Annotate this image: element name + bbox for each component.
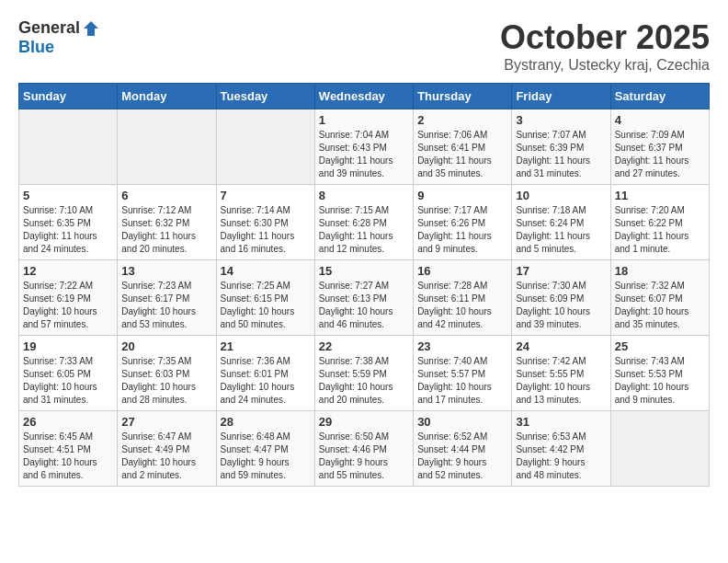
day-number: 29	[319, 415, 409, 429]
day-info: Sunrise: 7:09 AM Sunset: 6:37 PM Dayligh…	[615, 129, 705, 180]
day-info: Sunrise: 7:35 AM Sunset: 6:03 PM Dayligh…	[121, 355, 211, 407]
day-info: Sunrise: 7:04 AM Sunset: 6:43 PM Dayligh…	[319, 129, 409, 180]
calendar-cell: 3Sunrise: 7:07 AM Sunset: 6:39 PM Daylig…	[512, 109, 610, 185]
calendar-cell: 31Sunrise: 6:53 AM Sunset: 4:42 PM Dayli…	[512, 411, 610, 487]
day-info: Sunrise: 7:38 AM Sunset: 5:59 PM Dayligh…	[319, 355, 409, 407]
weekday-header-friday: Friday	[512, 84, 610, 109]
day-number: 15	[319, 264, 409, 278]
logo-blue-text: Blue	[18, 38, 54, 57]
day-number: 24	[516, 339, 606, 353]
calendar-cell: 15Sunrise: 7:27 AM Sunset: 6:13 PM Dayli…	[314, 260, 413, 336]
day-info: Sunrise: 7:20 AM Sunset: 6:22 PM Dayligh…	[615, 204, 705, 256]
calendar-week-3: 12Sunrise: 7:22 AM Sunset: 6:19 PM Dayli…	[19, 260, 710, 336]
day-info: Sunrise: 7:17 AM Sunset: 6:26 PM Dayligh…	[417, 204, 507, 256]
day-number: 20	[121, 339, 211, 353]
calendar-cell	[118, 109, 216, 185]
day-info: Sunrise: 7:36 AM Sunset: 6:01 PM Dayligh…	[221, 355, 311, 407]
day-info: Sunrise: 7:23 AM Sunset: 6:17 PM Dayligh…	[121, 280, 211, 331]
day-number: 11	[615, 189, 705, 202]
calendar-cell: 5Sunrise: 7:10 AM Sunset: 6:35 PM Daylig…	[19, 185, 118, 260]
calendar-cell	[216, 109, 314, 185]
calendar-week-1: 1Sunrise: 7:04 AM Sunset: 6:43 PM Daylig…	[19, 109, 710, 185]
day-number: 28	[221, 415, 311, 429]
day-number: 4	[615, 113, 705, 127]
calendar-cell: 12Sunrise: 7:22 AM Sunset: 6:19 PM Dayli…	[19, 260, 118, 336]
calendar-cell: 11Sunrise: 7:20 AM Sunset: 6:22 PM Dayli…	[610, 185, 709, 260]
calendar-table: SundayMondayTuesdayWednesdayThursdayFrid…	[18, 83, 710, 487]
weekday-header-thursday: Thursday	[414, 84, 512, 109]
day-info: Sunrise: 7:33 AM Sunset: 6:05 PM Dayligh…	[23, 355, 113, 407]
calendar-cell: 29Sunrise: 6:50 AM Sunset: 4:46 PM Dayli…	[314, 411, 413, 487]
day-number: 27	[121, 415, 211, 429]
day-number: 26	[23, 415, 113, 429]
day-info: Sunrise: 6:47 AM Sunset: 4:49 PM Dayligh…	[121, 431, 211, 482]
day-number: 6	[121, 189, 211, 202]
month-title: October 2025	[500, 18, 710, 57]
calendar-cell: 27Sunrise: 6:47 AM Sunset: 4:49 PM Dayli…	[118, 411, 216, 487]
calendar-cell: 7Sunrise: 7:14 AM Sunset: 6:30 PM Daylig…	[216, 185, 314, 260]
weekday-header-saturday: Saturday	[610, 84, 709, 109]
day-info: Sunrise: 7:42 AM Sunset: 5:55 PM Dayligh…	[516, 355, 606, 407]
calendar-cell: 1Sunrise: 7:04 AM Sunset: 6:43 PM Daylig…	[314, 109, 413, 185]
calendar-cell: 16Sunrise: 7:28 AM Sunset: 6:11 PM Dayli…	[414, 260, 512, 336]
weekday-header-tuesday: Tuesday	[216, 84, 314, 109]
page-header: General Blue October 2025 Bystrany, Uste…	[18, 18, 710, 74]
calendar-cell: 20Sunrise: 7:35 AM Sunset: 6:03 PM Dayli…	[118, 336, 216, 411]
day-number: 1	[319, 113, 409, 127]
weekday-header-row: SundayMondayTuesdayWednesdayThursdayFrid…	[19, 84, 710, 109]
calendar-cell: 19Sunrise: 7:33 AM Sunset: 6:05 PM Dayli…	[19, 336, 118, 411]
calendar-cell: 25Sunrise: 7:43 AM Sunset: 5:53 PM Dayli…	[610, 336, 709, 411]
calendar-cell: 2Sunrise: 7:06 AM Sunset: 6:41 PM Daylig…	[414, 109, 512, 185]
calendar-cell: 10Sunrise: 7:18 AM Sunset: 6:24 PM Dayli…	[512, 185, 610, 260]
day-number: 3	[516, 113, 606, 127]
day-info: Sunrise: 7:43 AM Sunset: 5:53 PM Dayligh…	[615, 355, 705, 407]
calendar-cell: 22Sunrise: 7:38 AM Sunset: 5:59 PM Dayli…	[314, 336, 413, 411]
day-number: 14	[221, 264, 311, 278]
calendar-cell: 18Sunrise: 7:32 AM Sunset: 6:07 PM Dayli…	[610, 260, 709, 336]
day-number: 18	[615, 264, 705, 278]
day-number: 23	[417, 339, 507, 353]
day-info: Sunrise: 7:12 AM Sunset: 6:32 PM Dayligh…	[121, 204, 211, 256]
day-number: 16	[417, 264, 507, 278]
calendar-cell: 23Sunrise: 7:40 AM Sunset: 5:57 PM Dayli…	[414, 336, 512, 411]
calendar-cell: 26Sunrise: 6:45 AM Sunset: 4:51 PM Dayli…	[19, 411, 118, 487]
day-number: 19	[23, 339, 113, 353]
day-info: Sunrise: 7:32 AM Sunset: 6:07 PM Dayligh…	[615, 280, 705, 331]
day-info: Sunrise: 7:10 AM Sunset: 6:35 PM Dayligh…	[23, 204, 113, 256]
calendar-cell: 6Sunrise: 7:12 AM Sunset: 6:32 PM Daylig…	[118, 185, 216, 260]
day-number: 8	[319, 189, 409, 202]
calendar-cell: 8Sunrise: 7:15 AM Sunset: 6:28 PM Daylig…	[314, 185, 413, 260]
svg-marker-0	[84, 21, 98, 36]
calendar-cell: 21Sunrise: 7:36 AM Sunset: 6:01 PM Dayli…	[216, 336, 314, 411]
logo-general-text: General	[18, 18, 80, 38]
day-number: 22	[319, 339, 409, 353]
day-number: 13	[121, 264, 211, 278]
day-number: 25	[615, 339, 705, 353]
day-info: Sunrise: 7:25 AM Sunset: 6:15 PM Dayligh…	[221, 280, 311, 331]
day-info: Sunrise: 7:18 AM Sunset: 6:24 PM Dayligh…	[516, 204, 606, 256]
day-info: Sunrise: 7:15 AM Sunset: 6:28 PM Dayligh…	[319, 204, 409, 256]
day-info: Sunrise: 6:50 AM Sunset: 4:46 PM Dayligh…	[319, 431, 409, 482]
weekday-header-sunday: Sunday	[19, 84, 118, 109]
day-number: 7	[221, 189, 311, 202]
calendar-cell	[610, 411, 709, 487]
day-number: 17	[516, 264, 606, 278]
day-number: 10	[516, 189, 606, 202]
calendar-cell: 4Sunrise: 7:09 AM Sunset: 6:37 PM Daylig…	[610, 109, 709, 185]
day-info: Sunrise: 7:40 AM Sunset: 5:57 PM Dayligh…	[417, 355, 507, 407]
calendar-cell	[19, 109, 118, 185]
logo-icon	[82, 19, 100, 38]
day-info: Sunrise: 7:14 AM Sunset: 6:30 PM Dayligh…	[221, 204, 311, 256]
logo: General Blue	[18, 18, 100, 57]
day-info: Sunrise: 7:27 AM Sunset: 6:13 PM Dayligh…	[319, 280, 409, 331]
calendar-week-4: 19Sunrise: 7:33 AM Sunset: 6:05 PM Dayli…	[19, 336, 710, 411]
location-text: Bystrany, Ustecky kraj, Czechia	[500, 57, 710, 74]
calendar-cell: 28Sunrise: 6:48 AM Sunset: 4:47 PM Dayli…	[216, 411, 314, 487]
day-number: 2	[417, 113, 507, 127]
day-info: Sunrise: 6:48 AM Sunset: 4:47 PM Dayligh…	[221, 431, 311, 482]
day-number: 5	[23, 189, 113, 202]
day-info: Sunrise: 7:06 AM Sunset: 6:41 PM Dayligh…	[417, 129, 507, 180]
weekday-header-monday: Monday	[118, 84, 216, 109]
day-number: 31	[516, 415, 606, 429]
day-info: Sunrise: 7:07 AM Sunset: 6:39 PM Dayligh…	[516, 129, 606, 180]
